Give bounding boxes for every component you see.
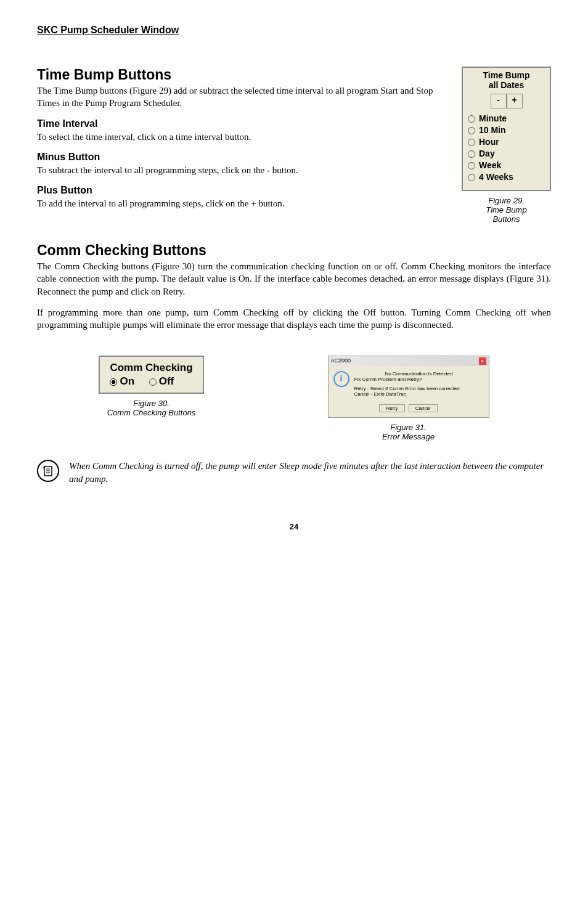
plus-minus-row: -+ <box>468 94 545 108</box>
error-dialog: AC2000 × i No Communication is Detected … <box>328 356 489 418</box>
plus-button[interactable]: + <box>507 94 523 108</box>
time-bump-intro: The Time Bump buttons (Figure 29) add or… <box>37 84 443 110</box>
minus-button[interactable]: - <box>491 94 507 108</box>
clipboard-icon <box>42 465 54 477</box>
radio-on-icon[interactable] <box>110 378 117 386</box>
radio-icon <box>468 162 475 169</box>
time-bump-heading: Time Bump Buttons <box>37 67 443 83</box>
radio-label: Week <box>479 160 501 170</box>
comm-checking-para2: If programming more than one pump, turn … <box>37 306 551 332</box>
note-icon <box>37 460 59 482</box>
fig30-line1: Figure 30. <box>133 399 169 408</box>
fig29-line1: Figure 29. <box>488 196 525 205</box>
radio-off-icon[interactable] <box>149 378 157 386</box>
comm-options: On Off <box>110 375 192 388</box>
fig31-line1: Figure 31. <box>390 423 427 432</box>
radio-label: Hour <box>479 137 499 147</box>
radio-icon <box>468 150 475 158</box>
radio-icon <box>468 115 475 123</box>
radio-icon <box>468 174 475 181</box>
time-interval-heading: Time Interval <box>37 118 443 129</box>
error-text: No Communication is Detected Fix Comm Pr… <box>354 371 484 397</box>
error-line4: Cancel - Exits DataTrac <box>354 391 484 397</box>
radio-label: Day <box>479 149 495 158</box>
figure-31-caption: Figure 31. Error Message <box>328 423 489 441</box>
fig30-line2: Comm Checking Buttons <box>107 408 196 417</box>
time-bump-panel: Time Bump all Dates -+ Minute 10 Min Hou… <box>462 67 551 191</box>
side-column: Time Bump all Dates -+ Minute 10 Min Hou… <box>462 67 551 224</box>
radio-minute[interactable]: Minute <box>468 113 545 123</box>
error-titlebar: AC2000 × <box>329 356 489 366</box>
fig31-line2: Error Message <box>382 432 435 441</box>
close-icon[interactable]: × <box>479 357 486 365</box>
radio-label: 10 Min <box>479 125 506 135</box>
time-bump-title-2: all Dates <box>489 80 525 90</box>
comm-checking-title: Comm Checking <box>110 362 192 374</box>
comm-checking-para1: The Comm Checking buttons (Figure 30) tu… <box>37 260 551 298</box>
cancel-button[interactable]: Cancel <box>409 404 438 412</box>
comm-checking-heading: Comm Checking Buttons <box>37 242 551 259</box>
error-buttons: Retry Cancel <box>329 402 489 417</box>
off-label: Off <box>159 375 174 387</box>
radio-10min[interactable]: 10 Min <box>468 125 545 135</box>
minus-button-heading: Minus Button <box>37 152 443 163</box>
main-column: Time Bump Buttons The Time Bump buttons … <box>37 67 443 224</box>
error-body: i No Communication is Detected Fix Comm … <box>329 366 489 402</box>
note-text: When Comm Checking is turned off, the pu… <box>69 460 551 485</box>
time-bump-panel-title: Time Bump all Dates <box>468 70 545 90</box>
figure-31-block: AC2000 × i No Communication is Detected … <box>328 356 489 441</box>
comm-checking-panel: Comm Checking On Off <box>99 356 203 394</box>
radio-label: Minute <box>479 113 507 123</box>
fig29-line2: Time Bump <box>486 205 526 214</box>
fig29-line3: Buttons <box>492 214 520 224</box>
on-label: On <box>120 375 134 387</box>
figure-29-caption: Figure 29. Time Bump Buttons <box>462 196 551 224</box>
page-number: 24 <box>37 522 551 531</box>
info-icon: i <box>333 371 349 387</box>
radio-icon <box>468 127 475 134</box>
figures-row: Comm Checking On Off Figure 30. Comm Che… <box>37 356 551 441</box>
plus-button-heading: Plus Button <box>37 185 443 196</box>
minus-button-text: To subtract the interval to all programm… <box>37 164 443 176</box>
error-line2: Fix Comm Problem and Retry? <box>354 377 484 382</box>
time-bump-title-1: Time Bump <box>483 70 530 80</box>
retry-button[interactable]: Retry <box>379 404 404 412</box>
note-row: When Comm Checking is turned off, the pu… <box>37 460 551 485</box>
time-interval-text: To select the time interval, click on a … <box>37 131 443 143</box>
plus-button-text: To add the interval to all programming s… <box>37 197 443 210</box>
figure-30-block: Comm Checking On Off Figure 30. Comm Che… <box>99 356 203 417</box>
radio-4weeks[interactable]: 4 Weeks <box>468 172 545 182</box>
radio-hour[interactable]: Hour <box>468 137 545 147</box>
radio-day[interactable]: Day <box>468 149 545 158</box>
error-line1: No Communication is Detected <box>354 371 484 377</box>
page-header: SKC Pump Scheduler Window <box>37 25 551 36</box>
radio-icon <box>468 139 475 146</box>
radio-label: 4 Weeks <box>479 172 513 182</box>
radio-week[interactable]: Week <box>468 160 545 170</box>
error-line3: Retry - Select if Comm Error has been co… <box>354 386 484 391</box>
figure-30-caption: Figure 30. Comm Checking Buttons <box>99 399 203 417</box>
error-title: AC2000 <box>331 357 351 365</box>
